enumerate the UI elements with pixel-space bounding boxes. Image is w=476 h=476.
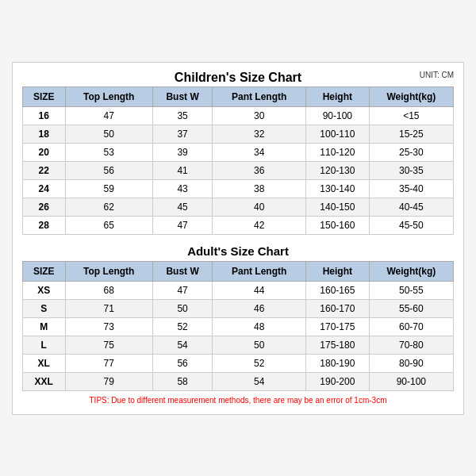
children-header-cell: Top Length (65, 86, 152, 106)
table-cell: 90-100 (306, 106, 370, 125)
table-cell: 24 (23, 179, 66, 198)
table-cell: XL (23, 354, 66, 372)
adults-header-cell: Weight(kg) (369, 261, 453, 281)
children-header-cell: Bust W (152, 86, 213, 106)
table-cell: 77 (65, 354, 152, 372)
table-cell: 45-50 (369, 216, 453, 234)
table-cell: 80-90 (369, 354, 453, 372)
table-cell: 37 (152, 125, 213, 143)
table-cell: 38 (213, 179, 306, 198)
table-cell: 47 (152, 216, 213, 234)
table-cell: XS (23, 281, 66, 299)
table-cell: 68 (65, 281, 152, 299)
table-cell: 50 (65, 125, 152, 143)
table-cell: 75 (65, 336, 152, 354)
table-cell: 47 (152, 281, 213, 299)
table-cell: 50 (152, 299, 213, 317)
table-cell: 55-60 (369, 299, 453, 317)
children-table: SIZETop LengthBust WPant LengthHeightWei… (22, 86, 454, 235)
table-cell: 42 (213, 216, 306, 234)
table-cell: 100-110 (306, 125, 370, 143)
table-cell: 48 (213, 317, 306, 336)
table-row: 26624540140-15040-45 (23, 198, 454, 216)
table-cell: 47 (65, 106, 152, 125)
table-row: XS684744160-16550-55 (23, 281, 454, 299)
table-row: S715046160-17055-60 (23, 299, 454, 317)
table-cell: 16 (23, 106, 66, 125)
main-title: Children's Size Chart UNIT: CM (22, 71, 454, 85)
table-cell: 22 (23, 161, 66, 179)
adults-header-cell: Top Length (65, 261, 152, 281)
table-cell: 20 (23, 143, 66, 161)
table-cell: 79 (65, 372, 152, 390)
table-row: 28654742150-16045-50 (23, 216, 454, 234)
table-cell: 50 (213, 336, 306, 354)
table-cell: 56 (152, 354, 213, 372)
table-cell: 39 (152, 143, 213, 161)
table-cell: 90-100 (369, 372, 453, 390)
table-row: 1647353090-100<15 (23, 106, 454, 125)
children-header-cell: SIZE (23, 86, 66, 106)
table-row: XXL795854190-20090-100 (23, 372, 454, 390)
table-cell: 52 (213, 354, 306, 372)
table-cell: 59 (65, 179, 152, 198)
table-cell: 150-160 (306, 216, 370, 234)
table-cell: 52 (152, 317, 213, 336)
table-cell: 30-35 (369, 161, 453, 179)
table-cell: 44 (213, 281, 306, 299)
table-cell: 46 (213, 299, 306, 317)
adults-header-cell: Pant Length (213, 261, 306, 281)
table-cell: 58 (152, 372, 213, 390)
table-cell: <15 (369, 106, 453, 125)
table-cell: 175-180 (306, 336, 370, 354)
children-header-cell: Weight(kg) (369, 86, 453, 106)
table-cell: M (23, 317, 66, 336)
table-cell: 34 (213, 143, 306, 161)
table-row: 20533934110-12025-30 (23, 143, 454, 161)
table-row: 22564136120-13030-35 (23, 161, 454, 179)
table-cell: 35 (152, 106, 213, 125)
table-cell: 50-55 (369, 281, 453, 299)
table-cell: 120-130 (306, 161, 370, 179)
adults-section: Adult's Size Chart SIZETop LengthBust WP… (22, 240, 454, 391)
table-cell: 62 (65, 198, 152, 216)
adults-header-cell: SIZE (23, 261, 66, 281)
tips-text: TIPS: Due to different measurement metho… (22, 396, 454, 406)
adults-header-cell: Height (306, 261, 370, 281)
table-cell: 73 (65, 317, 152, 336)
adults-table: SIZETop LengthBust WPant LengthHeightWei… (22, 261, 454, 391)
table-cell: 15-25 (369, 125, 453, 143)
table-cell: 26 (23, 198, 66, 216)
table-cell: L (23, 336, 66, 354)
table-cell: 56 (65, 161, 152, 179)
table-cell: 43 (152, 179, 213, 198)
table-row: 18503732100-11015-25 (23, 125, 454, 143)
table-cell: 140-150 (306, 198, 370, 216)
table-cell: 36 (213, 161, 306, 179)
chart-container: Children's Size Chart UNIT: CM SIZETop L… (12, 62, 464, 415)
table-cell: XXL (23, 372, 66, 390)
unit-label: UNIT: CM (420, 71, 454, 79)
table-cell: 30 (213, 106, 306, 125)
table-row: 24594338130-14035-40 (23, 179, 454, 198)
adults-header-cell: Bust W (152, 261, 213, 281)
table-cell: 110-120 (306, 143, 370, 161)
table-cell: 18 (23, 125, 66, 143)
table-cell: 190-200 (306, 372, 370, 390)
table-cell: 54 (213, 372, 306, 390)
table-cell: 160-165 (306, 281, 370, 299)
table-cell: 60-70 (369, 317, 453, 336)
table-row: M735248170-17560-70 (23, 317, 454, 336)
table-cell: 25-30 (369, 143, 453, 161)
table-cell: S (23, 299, 66, 317)
table-cell: 160-170 (306, 299, 370, 317)
table-cell: 28 (23, 216, 66, 234)
table-row: XL775652180-19080-90 (23, 354, 454, 372)
table-cell: 180-190 (306, 354, 370, 372)
children-header-cell: Height (306, 86, 370, 106)
table-cell: 71 (65, 299, 152, 317)
table-cell: 130-140 (306, 179, 370, 198)
table-cell: 170-175 (306, 317, 370, 336)
table-cell: 32 (213, 125, 306, 143)
table-cell: 40-45 (369, 198, 453, 216)
